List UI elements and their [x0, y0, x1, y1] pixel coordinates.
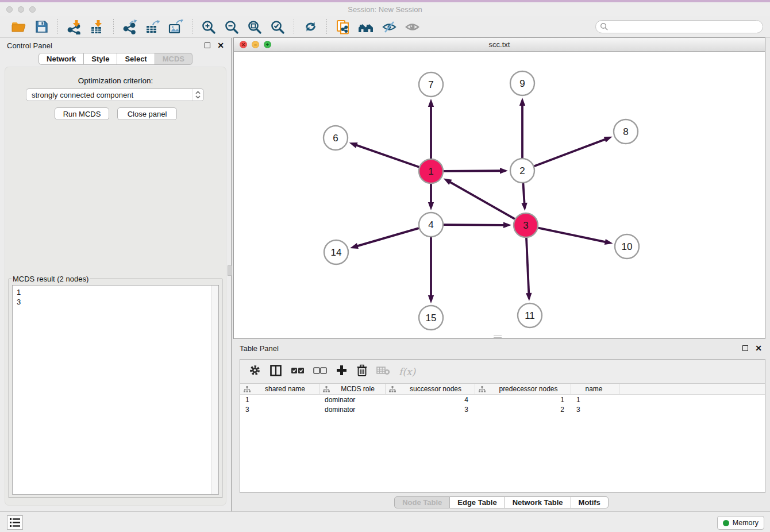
import-network-button[interactable] [66, 18, 83, 36]
toolbar-separator [192, 19, 192, 35]
copy-style-button[interactable] [334, 18, 352, 36]
column-header-MCDS-role[interactable]: MCDS role [319, 384, 386, 394]
table-row[interactable]: 3dominator323 [240, 404, 765, 414]
export-network-button[interactable] [121, 18, 138, 36]
export-table-icon [145, 20, 160, 34]
graph-node-4[interactable]: 4 [419, 213, 443, 237]
graph-node-label: 9 [519, 78, 525, 89]
zoom-fit-button[interactable] [246, 18, 263, 36]
column-header-successor-nodes[interactable]: successor nodes [386, 384, 475, 394]
hide-selected-button[interactable] [380, 18, 398, 36]
toolbar-separator [57, 19, 58, 35]
graph-edge-2-3[interactable] [523, 183, 524, 205]
attribute-gear-button[interactable] [249, 364, 261, 379]
refresh-view-button[interactable] [302, 18, 319, 36]
graph-edge-3-10[interactable] [538, 228, 607, 242]
tab-mcds[interactable]: MCDS [155, 53, 192, 65]
memory-button[interactable]: Memory [717, 516, 764, 530]
export-table-button[interactable] [144, 18, 161, 36]
close-panel-icon[interactable]: ✕ [217, 43, 224, 48]
deselect-all-rows-button[interactable] [313, 366, 327, 377]
float-panel-icon[interactable] [205, 43, 210, 48]
zoom-selected-button[interactable] [269, 18, 286, 36]
column-header-name[interactable]: name [571, 384, 619, 394]
network-view-window: ✕ − + scc.txt 7968124314101511 [233, 37, 765, 339]
graph-node-6[interactable]: 6 [324, 126, 348, 150]
float-table-panel-icon[interactable] [742, 345, 748, 351]
export-image-icon [168, 20, 183, 34]
graph-edge-3-1[interactable] [449, 182, 515, 219]
network-canvas-svg: 7968124314101511 [234, 52, 765, 338]
table-header-row: shared nameMCDS rolesuccessor nodesprede… [240, 384, 765, 395]
tab-style[interactable]: Style [84, 53, 117, 65]
graph-edge-3-11[interactable] [526, 238, 529, 295]
gear-icon [249, 364, 261, 376]
graph-edge-4-14[interactable] [356, 228, 419, 246]
splitter-handle[interactable] [228, 265, 232, 276]
apply-function-button[interactable]: f(x) [399, 366, 415, 377]
task-history-button[interactable] [7, 515, 23, 530]
plus-icon [336, 364, 348, 376]
control-panel-title: Control Panel [7, 41, 52, 50]
graph-node-3[interactable]: 3 [514, 213, 538, 237]
graph-node-14[interactable]: 14 [324, 240, 348, 264]
save-session-button[interactable] [33, 18, 50, 36]
cell-name: 1 [571, 395, 619, 404]
graph-node-10[interactable]: 10 [615, 234, 639, 259]
graph-node-15[interactable]: 15 [419, 306, 443, 330]
tab-motifs[interactable]: Motifs [571, 496, 609, 508]
result-line: 1 [17, 287, 214, 297]
graph-edge-1-6[interactable] [355, 145, 419, 167]
delete-row-button[interactable] [356, 364, 368, 379]
show-all-button[interactable] [403, 18, 421, 36]
cell-successor-nodes: 4 [386, 395, 475, 404]
graph-node-9[interactable]: 9 [510, 71, 534, 95]
criterion-select[interactable]: strongly connected component [26, 88, 204, 101]
tab-select[interactable]: Select [117, 53, 155, 65]
select-all-rows-button[interactable] [291, 366, 305, 377]
tab-network[interactable]: Network [38, 53, 84, 65]
search-input[interactable] [609, 21, 763, 32]
graph-arrowhead-3-1 [444, 178, 452, 184]
network-canvas[interactable]: 7968124314101511 [234, 52, 765, 338]
search-field[interactable] [595, 20, 763, 33]
graph-node-8[interactable]: 8 [614, 119, 638, 144]
export-image-button[interactable] [167, 18, 184, 36]
close-table-panel-icon[interactable]: ✕ [755, 345, 762, 351]
close-panel-button[interactable]: Close panel [117, 107, 177, 120]
open-session-button[interactable] [10, 18, 27, 36]
first-neighbors-button[interactable] [357, 18, 375, 36]
show-columns-button[interactable] [270, 364, 282, 379]
main-toolbar [0, 16, 770, 38]
tab-network-table[interactable]: Network Table [505, 496, 571, 508]
graph-node-7[interactable]: 7 [419, 72, 443, 97]
cell-successor-nodes: 3 [386, 404, 475, 414]
table-row[interactable]: 1dominator411 [240, 395, 765, 404]
tab-edge-table[interactable]: Edge Table [450, 496, 505, 508]
network-titlebar[interactable]: ✕ − + scc.txt [234, 38, 765, 52]
graph-node-11[interactable]: 11 [518, 303, 542, 327]
hierarchy-icon [244, 386, 251, 392]
zoom-out-button[interactable] [223, 18, 240, 36]
graph-node-label: 7 [428, 79, 433, 90]
cell-shared-name: 1 [240, 395, 319, 404]
column-header-predecessor-nodes[interactable]: predecessor nodes [475, 384, 571, 394]
graph-node-1[interactable]: 1 [419, 159, 443, 183]
column-header-shared-name[interactable]: shared name [240, 384, 319, 394]
graph-node-2[interactable]: 2 [510, 159, 534, 183]
import-table-button[interactable] [88, 18, 106, 36]
delete-table-button[interactable] [376, 365, 390, 378]
select-stepper-icon [192, 89, 203, 101]
result-scrollbar[interactable] [211, 286, 218, 494]
open-folder-icon [11, 20, 26, 34]
graph-edge-1-2[interactable] [444, 171, 502, 171]
add-row-button[interactable] [336, 364, 348, 379]
graph-edge-4-3[interactable] [444, 225, 505, 225]
graph-node-label: 4 [428, 219, 433, 230]
graph-node-label: 8 [623, 126, 628, 137]
graph-edge-2-8[interactable] [534, 139, 607, 167]
zoom-in-button[interactable] [200, 18, 217, 36]
view-resize-handle[interactable] [494, 336, 502, 338]
tab-node-table[interactable]: Node Table [394, 496, 450, 508]
run-mcds-button[interactable]: Run MCDS [55, 107, 109, 120]
